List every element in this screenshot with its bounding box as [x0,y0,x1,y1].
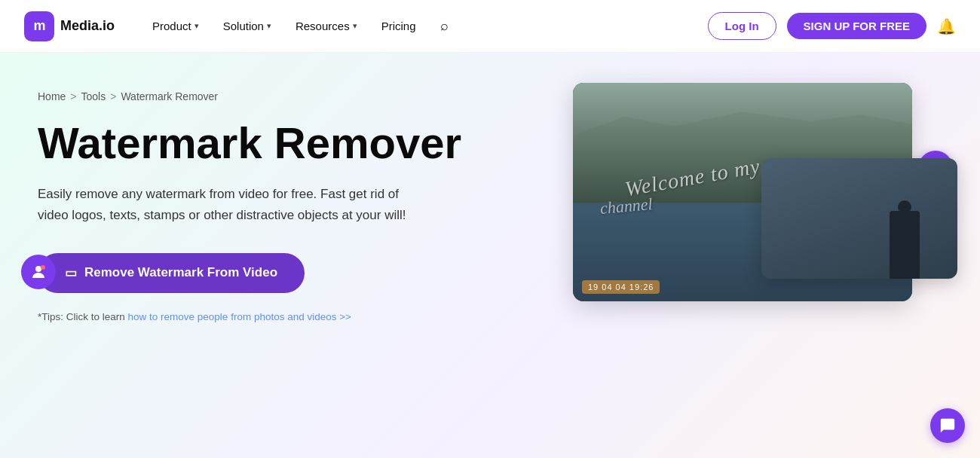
navbar: m Media.io Product ▾ Solution ▾ Resource… [0,0,980,53]
chevron-down-icon: ▾ [194,21,199,31]
breadcrumb-sep1: > [70,90,76,102]
chevron-down-icon: ▾ [353,21,357,31]
svg-point-1 [41,265,45,270]
hero-description: Easily remove any watermark from video f… [38,184,430,226]
nav-item-solution[interactable]: Solution ▾ [213,14,282,38]
tips-text: *Tips: Click to learn how to remove peop… [38,311,543,322]
logo-icon: m [24,11,54,41]
cta-button[interactable]: ▭ Remove Watermark From Video [38,253,305,293]
hero-section: Home > Tools > Watermark Remover Waterma… [0,53,980,458]
svg-point-0 [35,266,41,272]
video-overlay-card [761,158,957,279]
tips-link[interactable]: how to remove people from photos and vid… [128,311,351,322]
nav-item-product[interactable]: Product ▾ [142,14,210,38]
timestamp-badge: 19 04 04 19:26 [582,280,660,294]
hero-right: Welcome to my channel 19 04 04 19:26 [573,83,942,301]
breadcrumb-tools[interactable]: Tools [81,90,106,102]
nav-item-resources[interactable]: Resources ▾ [285,14,368,38]
video-icon: ▭ [65,265,77,281]
breadcrumb: Home > Tools > Watermark Remover [38,90,543,102]
nav-item-pricing[interactable]: Pricing [371,14,427,38]
bell-icon[interactable]: 🔔 [937,17,956,35]
nav-right: Log In SIGN UP FOR FREE 🔔 [708,12,956,40]
login-button[interactable]: Log In [708,12,776,40]
breadcrumb-home[interactable]: Home [38,90,66,102]
nav-links: Product ▾ Solution ▾ Resources ▾ Pricing… [142,12,708,40]
page-title: Watermark Remover [38,119,543,167]
notification-avatar[interactable] [21,255,56,289]
logo-name: Media.io [60,18,115,34]
cta-label: Remove Watermark From Video [84,265,277,280]
person-notify-icon [29,263,47,281]
breadcrumb-current: Watermark Remover [121,90,218,102]
chevron-down-icon: ▾ [267,21,271,31]
message-fab-button[interactable] [930,408,965,443]
breadcrumb-sep2: > [110,90,116,102]
search-icon[interactable]: ⌕ [430,12,459,40]
message-icon [939,417,956,434]
signup-button[interactable]: SIGN UP FOR FREE [787,13,926,39]
tips-prefix: *Tips: Click to learn [38,311,128,322]
figure-silhouette [890,211,920,279]
hero-left: Home > Tools > Watermark Remover Waterma… [38,83,573,322]
logo-area[interactable]: m Media.io [24,11,115,41]
